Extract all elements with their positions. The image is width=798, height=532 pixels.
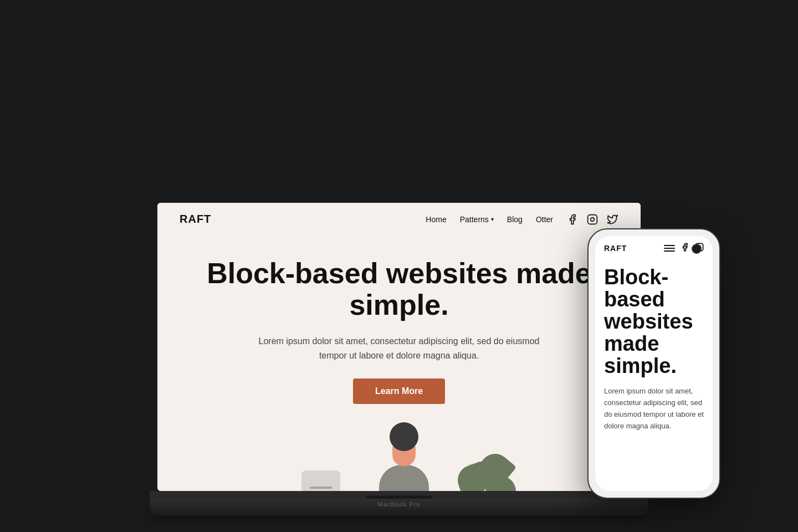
phone-facebook-icon[interactable] [681, 243, 689, 253]
twitter-icon[interactable] [606, 213, 618, 226]
hamburger-menu-icon[interactable] [664, 245, 675, 252]
nav-blog[interactable]: Blog [507, 215, 523, 224]
laptop-device: RAFT Home Patterns ▾ Blog Otter [150, 195, 648, 515]
phone-header: RAFT [595, 236, 713, 255]
nav-home[interactable]: Home [426, 215, 446, 224]
phone-logo: RAFT [604, 244, 627, 253]
hero-title: Block-based websites made simple. [202, 258, 596, 321]
chevron-down-icon: ▾ [491, 216, 494, 222]
person-body [379, 465, 429, 491]
instagram-icon[interactable] [586, 213, 598, 226]
nav-social-icons [566, 213, 618, 226]
illus-card [301, 470, 340, 491]
phone-content: Block-based websites made simple. Lorem … [595, 255, 713, 443]
scene: RAFT Home Patterns ▾ Blog Otter [66, 17, 732, 515]
phone-hero-subtitle: Lorem ipsum dolor sit amet, consectetur … [604, 386, 704, 432]
phone-camera [692, 244, 702, 254]
hero-subtitle: Lorem ipsum dolor sit amet, consectetur … [244, 334, 554, 362]
hero-illustration [157, 415, 641, 491]
site-header: RAFT Home Patterns ▾ Blog Otter [157, 203, 641, 236]
site-hero: Block-based websites made simple. Lorem … [157, 236, 641, 404]
facebook-icon[interactable] [566, 213, 579, 226]
plant-leaf [483, 473, 519, 491]
phone-nav-icons [664, 243, 704, 253]
learn-more-button[interactable]: Learn More [353, 378, 445, 404]
svg-rect-0 [588, 214, 597, 224]
site-nav: Home Patterns ▾ Blog Otter [426, 213, 618, 226]
macbook-label: MacBook Pro [377, 501, 420, 508]
phone-screen: RAFT [595, 236, 713, 491]
illus-person [379, 422, 429, 491]
illus-line-1 [310, 487, 332, 489]
laptop-foot [150, 510, 648, 515]
laptop-hinge [150, 491, 648, 499]
illus-plant [452, 448, 519, 491]
nav-patterns[interactable]: Patterns ▾ [460, 215, 494, 224]
phone-device: RAFT [587, 228, 720, 499]
laptop-screen: RAFT Home Patterns ▾ Blog Otter [157, 203, 641, 491]
nav-otter[interactable]: Otter [536, 215, 553, 224]
laptop-screen-outer: RAFT Home Patterns ▾ Blog Otter [150, 195, 648, 491]
person-head [390, 422, 418, 451]
laptop-base: MacBook Pro [150, 499, 648, 510]
site-logo: RAFT [180, 213, 211, 226]
phone-hero-title: Block-based websites made simple. [604, 267, 704, 377]
